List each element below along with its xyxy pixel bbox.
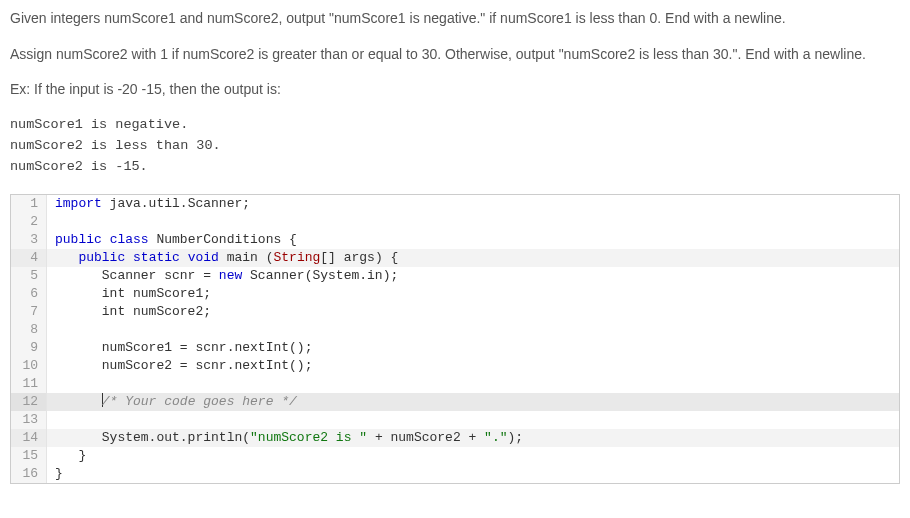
line-number: 12 [11,393,47,411]
code-line[interactable] [47,213,899,231]
code-line[interactable]: numScore2 = scnr.nextInt(); [47,357,899,375]
code-line[interactable]: } [47,447,899,465]
code-line[interactable]: public static void main (String[] args) … [47,249,899,267]
problem-statement: Given integers numScore1 and numScore2, … [10,8,900,178]
code-line[interactable]: int numScore1; [47,285,899,303]
code-line[interactable]: numScore1 = scnr.nextInt(); [47,339,899,357]
code-line[interactable]: /* Your code goes here */ [47,393,899,411]
problem-para-2: Assign numScore2 with 1 if numScore2 is … [10,44,900,66]
line-number: 1 [11,195,47,213]
line-number: 2 [11,213,47,231]
code-line[interactable]: int numScore2; [47,303,899,321]
code-line[interactable]: } [47,465,899,483]
code-line[interactable] [47,321,899,339]
line-number: 13 [11,411,47,429]
line-number: 14 [11,429,47,447]
problem-para-3: Ex: If the input is -20 -15, then the ou… [10,79,900,101]
code-line[interactable]: System.out.println("numScore2 is " + num… [47,429,899,447]
line-number: 16 [11,465,47,483]
code-line[interactable] [47,375,899,393]
line-number: 6 [11,285,47,303]
line-number: 5 [11,267,47,285]
line-number: 7 [11,303,47,321]
line-number: 3 [11,231,47,249]
line-number: 4 [11,249,47,267]
code-editor[interactable]: 1import java.util.Scanner; 2 3public cla… [10,194,900,484]
problem-para-1: Given integers numScore1 and numScore2, … [10,8,900,30]
line-number: 8 [11,321,47,339]
line-number: 10 [11,357,47,375]
line-number: 9 [11,339,47,357]
code-line[interactable] [47,411,899,429]
code-line[interactable]: import java.util.Scanner; [47,195,899,213]
expected-output: numScore1 is negative. numScore2 is less… [10,115,900,178]
code-line[interactable]: Scanner scnr = new Scanner(System.in); [47,267,899,285]
code-line[interactable]: public class NumberConditions { [47,231,899,249]
line-number: 11 [11,375,47,393]
line-number: 15 [11,447,47,465]
